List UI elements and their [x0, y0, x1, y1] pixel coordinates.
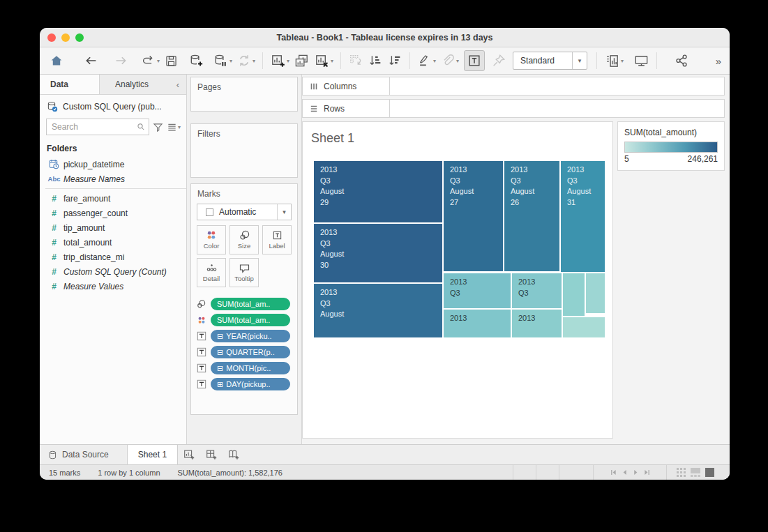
new-worksheet-icon	[270, 53, 286, 69]
treemap-cell[interactable]: 2013Q3August26	[504, 161, 559, 271]
treemap-cell-label: 31	[567, 197, 605, 208]
close-window-button[interactable]	[47, 33, 56, 42]
data-source-connection[interactable]: Custom SQL Query (pub...	[40, 95, 186, 117]
field-tip-amount[interactable]: #tip_amount	[40, 220, 186, 235]
new-datasource-button[interactable]	[186, 51, 206, 70]
color-icon	[206, 230, 217, 241]
caret-icon: ▾	[433, 58, 436, 64]
field-fare-amount[interactable]: #fare_amount	[40, 191, 186, 206]
view-options-button[interactable]: ▾	[167, 122, 181, 132]
last-page-icon[interactable]	[644, 469, 650, 476]
legend-gradient-bar[interactable]	[624, 142, 718, 153]
swap-rows-columns-button[interactable]	[346, 51, 366, 70]
first-page-icon[interactable]	[610, 469, 617, 476]
treemap-cell[interactable]	[586, 273, 605, 313]
field-measure-names[interactable]: AbcMeasure Names	[40, 172, 186, 186]
mark-type-dropdown[interactable]: Automatic ▾	[197, 204, 292, 220]
treemap-cell[interactable]: 2013	[512, 310, 562, 337]
tab-analytics[interactable]: Analytics	[100, 75, 170, 94]
tab-data[interactable]: Data	[40, 75, 100, 94]
duplicate-sheet-button[interactable]	[292, 51, 312, 70]
field-pill[interactable]: ⊞DAY(pickup..	[211, 378, 290, 390]
next-page-icon[interactable]	[633, 469, 639, 476]
share-button[interactable]	[672, 51, 691, 70]
tab-data-source[interactable]: Data Source	[40, 445, 127, 464]
field-pill[interactable]: ⊟QUARTER(p..	[211, 346, 290, 358]
treemap-cell[interactable]: 2013Q3August30	[314, 224, 442, 282]
new-dashboard-tab-button[interactable]	[200, 445, 223, 464]
treemap-cell[interactable]: 2013Q3August27	[444, 161, 503, 271]
clear-sheet-button[interactable]: ▾	[312, 51, 336, 70]
highlight-button[interactable]: ▾	[415, 51, 438, 70]
maximize-window-button[interactable]	[75, 33, 84, 42]
search-box[interactable]	[46, 119, 149, 135]
expand-collapse-icon[interactable]: ⊞	[217, 381, 223, 388]
collapse-panel-button[interactable]: ‹	[170, 75, 186, 94]
back-button[interactable]	[82, 51, 101, 70]
fit-selector[interactable]: Standard ▾	[513, 52, 587, 70]
previous-page-icon[interactable]	[622, 469, 628, 476]
field-pill[interactable]: SUM(total_am..	[211, 298, 290, 310]
treemap: 2013Q3August292013Q3August302013Q3August…	[314, 161, 605, 337]
treemap-cell[interactable]: 2013Q3August	[314, 284, 442, 337]
expand-collapse-icon[interactable]: ⊟	[217, 365, 223, 372]
treemap-cell-label: 2013	[320, 165, 442, 176]
presentation-mode-button[interactable]	[631, 51, 652, 70]
new-worksheet-tab-button[interactable]	[178, 445, 200, 464]
treemap-cell[interactable]	[563, 317, 605, 337]
rows-shelf[interactable]: Rows	[302, 99, 725, 118]
number-icon: #	[52, 223, 57, 233]
detail-button[interactable]: Detail	[197, 258, 226, 287]
field-pill[interactable]: SUM(total_am..	[211, 314, 290, 326]
save-button[interactable]	[162, 51, 181, 70]
toolbar-overflow-button[interactable]: »	[716, 55, 723, 67]
expand-collapse-icon[interactable]: ⊟	[217, 333, 223, 340]
treemap-cell[interactable]: 2013Q3August31	[561, 161, 605, 272]
field-pill[interactable]: ⊟YEAR(picku..	[211, 330, 290, 342]
new-story-tab-button[interactable]	[223, 445, 245, 464]
color-button[interactable]: Color	[197, 225, 226, 254]
pages-shelf[interactable]: Pages	[190, 77, 298, 112]
filmstrip-view-icon[interactable]	[691, 468, 700, 477]
new-worksheet-button[interactable]: ▾	[268, 51, 292, 70]
label-button[interactable]: Label	[262, 225, 292, 254]
field-trip-distance-mi[interactable]: #trip_distance_mi	[40, 250, 186, 264]
treemap-cell-label: Q3	[450, 176, 503, 187]
treemap-cell[interactable]: 2013Q3August29	[314, 161, 442, 222]
sort-descending-button[interactable]	[385, 51, 405, 70]
fix-axes-button[interactable]	[489, 51, 509, 70]
sort-ascending-button[interactable]	[366, 51, 385, 70]
field-pickup-datetime[interactable]: pickup_datetime	[40, 157, 186, 172]
field-pill[interactable]: ⊟MONTH(pic..	[211, 362, 290, 374]
size-button[interactable]: Size	[229, 225, 259, 254]
field-measure-values[interactable]: #Measure Values	[40, 279, 186, 294]
label-shelf-icon	[197, 363, 206, 373]
treemap-cell[interactable]	[563, 273, 585, 316]
field-passenger-count[interactable]: #passenger_count	[40, 206, 186, 220]
tooltip-button[interactable]: Tooltip	[229, 258, 259, 287]
minimize-window-button[interactable]	[61, 33, 70, 42]
pause-updates-button[interactable]: ▾	[211, 51, 234, 70]
columns-shelf[interactable]: Columns	[302, 77, 725, 96]
field-total-amount[interactable]: #total_amount	[40, 235, 186, 250]
expand-collapse-icon[interactable]: ⊟	[217, 349, 223, 356]
single-view-icon[interactable]	[705, 468, 714, 477]
pages-shelf-label: Pages	[191, 77, 297, 95]
tab-sheet-1[interactable]: Sheet 1	[127, 445, 178, 464]
treemap-cell[interactable]: 2013Q3	[444, 273, 511, 308]
grid-view-icon[interactable]	[677, 468, 686, 477]
filters-shelf[interactable]: Filters	[190, 123, 298, 178]
show-hide-cards-button[interactable]: ▾	[602, 51, 626, 70]
status-empty-cell	[559, 465, 593, 480]
group-members-button[interactable]: ▾	[438, 51, 461, 70]
search-input[interactable]	[50, 121, 137, 132]
treemap-cell[interactable]: 2013	[444, 310, 511, 337]
show-mark-labels-button[interactable]	[464, 50, 485, 71]
forward-button[interactable]	[111, 51, 130, 70]
field-custom-sql-query-count-[interactable]: #Custom SQL Query (Count)	[40, 264, 186, 279]
filter-fields-icon[interactable]	[153, 122, 163, 132]
redo-button[interactable]: ▾	[139, 51, 162, 70]
treemap-cell[interactable]: 2013Q3	[512, 273, 562, 308]
home-button[interactable]	[47, 51, 66, 70]
refresh-button[interactable]: ▾	[234, 51, 257, 70]
